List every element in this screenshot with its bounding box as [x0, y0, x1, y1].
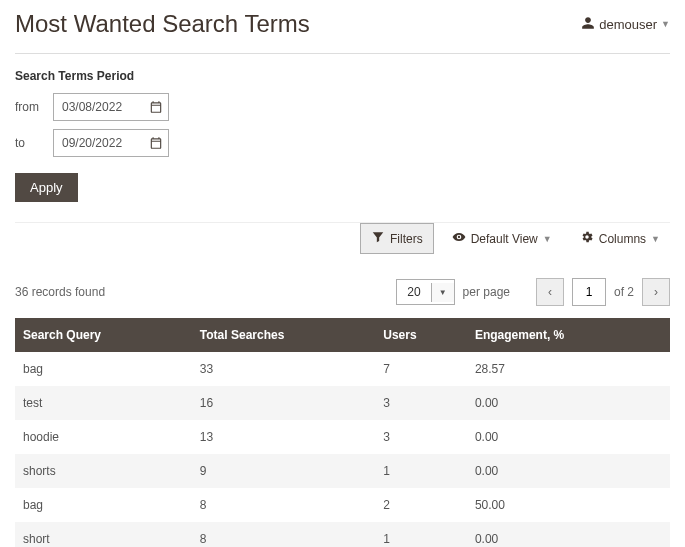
- from-label: from: [15, 100, 45, 114]
- calendar-icon[interactable]: [144, 94, 168, 120]
- cell-query: shorts: [15, 454, 192, 488]
- user-menu[interactable]: demouser ▼: [581, 16, 670, 33]
- date-from-wrap: [53, 93, 169, 121]
- calendar-icon[interactable]: [144, 130, 168, 156]
- user-name: demouser: [599, 17, 657, 32]
- apply-button[interactable]: Apply: [15, 173, 78, 202]
- columns-label: Columns: [599, 232, 646, 246]
- date-to-row: to: [15, 129, 670, 157]
- funnel-icon: [371, 230, 385, 247]
- table-row[interactable]: bag8250.00: [15, 488, 670, 522]
- cell-engagement: 0.00: [467, 420, 670, 454]
- records-found: 36 records found: [15, 285, 105, 299]
- cell-users: 3: [375, 420, 467, 454]
- period-section: Search Terms Period from to Apply: [15, 69, 670, 202]
- col-header-searches[interactable]: Total Searches: [192, 318, 375, 352]
- table-row[interactable]: test1630.00: [15, 386, 670, 420]
- cell-searches: 16: [192, 386, 375, 420]
- gear-icon: [580, 230, 594, 247]
- filters-label: Filters: [390, 232, 423, 246]
- page-title: Most Wanted Search Terms: [15, 10, 310, 38]
- columns-button[interactable]: Columns ▼: [570, 223, 670, 254]
- cell-searches: 9: [192, 454, 375, 488]
- caret-down-icon: ▼: [431, 283, 454, 302]
- eye-icon: [452, 230, 466, 247]
- table-row[interactable]: hoodie1330.00: [15, 420, 670, 454]
- cell-engagement: 0.00: [467, 454, 670, 488]
- table-row[interactable]: bag33728.57: [15, 352, 670, 386]
- table-row[interactable]: shorts910.00: [15, 454, 670, 488]
- cell-users: 1: [375, 522, 467, 547]
- pager: 20 ▼ per page ‹ of 2 ›: [396, 278, 670, 306]
- cell-users: 7: [375, 352, 467, 386]
- caret-down-icon: ▼: [651, 234, 660, 244]
- col-header-users[interactable]: Users: [375, 318, 467, 352]
- table-row[interactable]: short810.00: [15, 522, 670, 547]
- default-view-label: Default View: [471, 232, 538, 246]
- date-to-wrap: [53, 129, 169, 157]
- per-page-label: per page: [463, 285, 510, 299]
- per-page-value: 20: [397, 280, 430, 304]
- col-header-engagement[interactable]: Engagement, %: [467, 318, 670, 352]
- chevron-right-icon: ›: [654, 285, 658, 299]
- page-input[interactable]: [572, 278, 606, 306]
- cell-query: bag: [15, 488, 192, 522]
- table-header-row: Search Query Total Searches Users Engage…: [15, 318, 670, 352]
- prev-page-button[interactable]: ‹: [536, 278, 564, 306]
- caret-down-icon: ▼: [661, 19, 670, 29]
- date-from-row: from: [15, 93, 670, 121]
- to-label: to: [15, 136, 45, 150]
- cell-query: hoodie: [15, 420, 192, 454]
- cell-engagement: 28.57: [467, 352, 670, 386]
- date-from-input[interactable]: [54, 95, 144, 119]
- col-header-query[interactable]: Search Query: [15, 318, 192, 352]
- cell-searches: 8: [192, 488, 375, 522]
- cell-query: test: [15, 386, 192, 420]
- cell-searches: 13: [192, 420, 375, 454]
- page-header: Most Wanted Search Terms demouser ▼: [15, 0, 670, 53]
- user-icon: [581, 16, 595, 33]
- results-table: Search Query Total Searches Users Engage…: [15, 318, 670, 547]
- per-page-select[interactable]: 20 ▼: [396, 279, 454, 305]
- cell-engagement: 50.00: [467, 488, 670, 522]
- next-page-button[interactable]: ›: [642, 278, 670, 306]
- cell-engagement: 0.00: [467, 522, 670, 547]
- cell-searches: 33: [192, 352, 375, 386]
- date-to-input[interactable]: [54, 131, 144, 155]
- toolbar-bottom: 36 records found 20 ▼ per page ‹ of 2 ›: [15, 266, 670, 318]
- cell-users: 3: [375, 386, 467, 420]
- default-view-button[interactable]: Default View ▼: [442, 223, 562, 254]
- cell-query: short: [15, 522, 192, 547]
- cell-query: bag: [15, 352, 192, 386]
- cell-searches: 8: [192, 522, 375, 547]
- caret-down-icon: ▼: [543, 234, 552, 244]
- cell-users: 1: [375, 454, 467, 488]
- filters-button[interactable]: Filters: [360, 223, 434, 254]
- toolbar-top: Filters Default View ▼ Columns ▼: [15, 223, 670, 266]
- chevron-left-icon: ‹: [548, 285, 552, 299]
- divider: [15, 53, 670, 54]
- total-pages: of 2: [614, 285, 634, 299]
- toolbar: Filters Default View ▼ Columns ▼ 36 reco…: [15, 222, 670, 318]
- cell-users: 2: [375, 488, 467, 522]
- period-label: Search Terms Period: [15, 69, 670, 83]
- cell-engagement: 0.00: [467, 386, 670, 420]
